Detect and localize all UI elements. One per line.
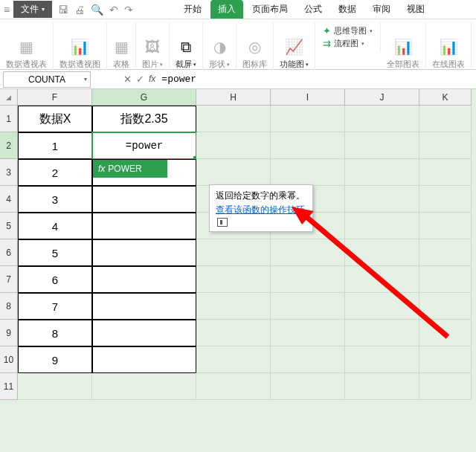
tab-formula[interactable]: 公式 <box>297 0 329 19</box>
cell-F7[interactable]: 6 <box>18 266 92 293</box>
tab-view[interactable]: 视图 <box>399 0 432 19</box>
cell-I7[interactable] <box>271 266 345 293</box>
cancel-icon[interactable]: ✕ <box>123 74 132 85</box>
ribbon-onlinecharts[interactable]: 📊在线图表 <box>426 22 472 70</box>
accept-icon[interactable]: ✓ <box>136 74 144 85</box>
col-K[interactable]: K <box>419 89 472 106</box>
cell-K11[interactable] <box>419 373 472 400</box>
formula-suggest[interactable]: fx POWER <box>93 160 167 178</box>
ribbon-shapes[interactable]: ◑形状▾ <box>203 22 237 70</box>
ribbon-allcharts[interactable]: 📊全部图表 <box>381 22 426 70</box>
cell-F6[interactable]: 5 <box>18 239 92 266</box>
cell-F2[interactable]: 1 <box>18 132 92 159</box>
cell-J8[interactable] <box>345 293 419 320</box>
cell-F10[interactable]: 9 <box>18 346 92 373</box>
cell-G10[interactable] <box>92 346 196 373</box>
ribbon-iconlib[interactable]: ◎图标库 <box>237 22 274 70</box>
tab-insert[interactable]: 插入 <box>210 0 243 19</box>
cell-G8[interactable] <box>92 293 196 320</box>
cell-K6[interactable] <box>419 239 472 266</box>
cell-I11[interactable] <box>271 373 345 400</box>
cell-J10[interactable] <box>345 346 419 373</box>
file-menu[interactable]: 文件 ▾ <box>13 1 52 18</box>
ribbon-flowchart[interactable]: ⇉流程图▾ <box>323 38 373 49</box>
cell-J1[interactable] <box>345 106 419 132</box>
cell-J9[interactable] <box>345 320 419 346</box>
cell-F11[interactable] <box>18 373 92 400</box>
col-H[interactable]: H <box>196 89 271 106</box>
ribbon-screenshot[interactable]: ⧉截屏▾ <box>170 22 203 70</box>
row-2[interactable]: 2 <box>0 132 18 159</box>
cell-H2[interactable] <box>196 132 271 159</box>
save-icon[interactable]: 🖫 <box>58 4 68 16</box>
undo-icon[interactable]: ↶ <box>109 4 118 16</box>
cell-F5[interactable]: 4 <box>18 213 92 239</box>
cell-G1[interactable]: 指数2.35 <box>92 106 196 132</box>
cell-J11[interactable] <box>345 373 419 400</box>
col-F[interactable]: F <box>18 89 92 106</box>
cell-I2[interactable] <box>271 132 345 159</box>
fx-icon[interactable]: fx <box>149 74 155 85</box>
row-6[interactable]: 6 <box>0 239 18 266</box>
cell-F9[interactable]: 8 <box>18 320 92 346</box>
cell-J3[interactable] <box>345 159 419 186</box>
tab-review[interactable]: 审阅 <box>365 0 398 19</box>
ribbon-pivottable[interactable]: ▦数据透视表 <box>0 22 54 70</box>
row-11[interactable]: 11 <box>0 373 18 400</box>
cell-I6[interactable] <box>271 239 345 266</box>
cell-H6[interactable] <box>196 239 271 266</box>
cell-K5[interactable] <box>419 213 472 239</box>
col-G[interactable]: G <box>92 89 196 106</box>
cell-F4[interactable]: 3 <box>18 186 92 213</box>
cell-G7[interactable] <box>92 266 196 293</box>
cell-H8[interactable] <box>196 293 271 320</box>
cell-J5[interactable] <box>345 213 419 239</box>
tab-start[interactable]: 开始 <box>176 0 209 19</box>
tab-data[interactable]: 数据 <box>331 0 364 19</box>
cell-I3[interactable] <box>271 159 345 186</box>
cell-F1[interactable]: 数据X <box>18 106 92 132</box>
cell-F3[interactable]: 2 <box>18 159 92 186</box>
cell-H11[interactable] <box>196 373 271 400</box>
name-box[interactable]: COUNTA ▾ <box>3 71 91 88</box>
cell-H9[interactable] <box>196 320 271 346</box>
cell-G11[interactable] <box>92 373 196 400</box>
cell-G2[interactable]: =power fx POWER <box>92 132 196 159</box>
cell-I8[interactable] <box>271 293 345 320</box>
cell-H3[interactable] <box>196 159 271 186</box>
cell-J4[interactable] <box>345 186 419 213</box>
cell-K10[interactable] <box>419 346 472 373</box>
cell-K7[interactable] <box>419 266 472 293</box>
ribbon-mindmap[interactable]: ✦思维导图▾ <box>323 25 373 36</box>
preview-icon[interactable]: 🔍 <box>91 4 103 16</box>
cell-G4[interactable] <box>92 186 196 213</box>
ribbon-table[interactable]: ▦表格 <box>107 22 136 70</box>
col-J[interactable]: J <box>345 89 419 106</box>
row-1[interactable]: 1 <box>0 106 18 132</box>
row-3[interactable]: 3 <box>0 159 18 186</box>
formula-input[interactable]: =power <box>155 74 476 85</box>
cell-K3[interactable] <box>419 159 472 186</box>
cell-K9[interactable] <box>419 320 472 346</box>
cell-I10[interactable] <box>271 346 345 373</box>
cell-H10[interactable] <box>196 346 271 373</box>
tab-pagelayout[interactable]: 页面布局 <box>245 0 295 19</box>
row-5[interactable]: 5 <box>0 213 18 239</box>
cell-F8[interactable]: 7 <box>18 293 92 320</box>
cell-K2[interactable] <box>419 132 472 159</box>
select-all-corner[interactable] <box>0 89 18 106</box>
cell-J7[interactable] <box>345 266 419 293</box>
row-4[interactable]: 4 <box>0 186 18 213</box>
row-7[interactable]: 7 <box>0 266 18 293</box>
ribbon-picture[interactable]: 🖼图片▾ <box>136 22 170 70</box>
cell-K1[interactable] <box>419 106 472 132</box>
cell-I9[interactable] <box>271 320 345 346</box>
cell-I1[interactable] <box>271 106 345 132</box>
cell-J6[interactable] <box>345 239 419 266</box>
col-I[interactable]: I <box>271 89 345 106</box>
cell-K4[interactable] <box>419 186 472 213</box>
row-9[interactable]: 9 <box>0 320 18 346</box>
row-8[interactable]: 8 <box>0 293 18 320</box>
row-10[interactable]: 10 <box>0 346 18 373</box>
cell-H1[interactable] <box>196 106 271 132</box>
